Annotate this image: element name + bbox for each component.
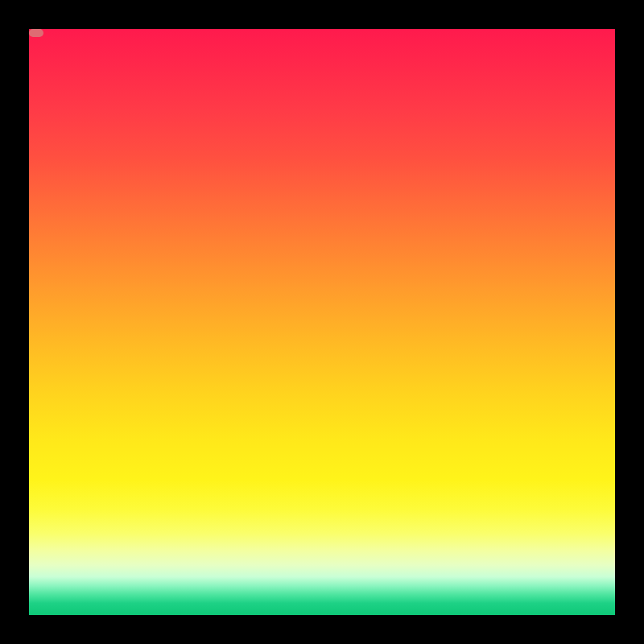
plot-area: [29, 29, 615, 615]
bottleneck-curve: [29, 29, 615, 615]
chart-frame: [0, 0, 644, 644]
optimal-point-marker: [29, 29, 43, 37]
